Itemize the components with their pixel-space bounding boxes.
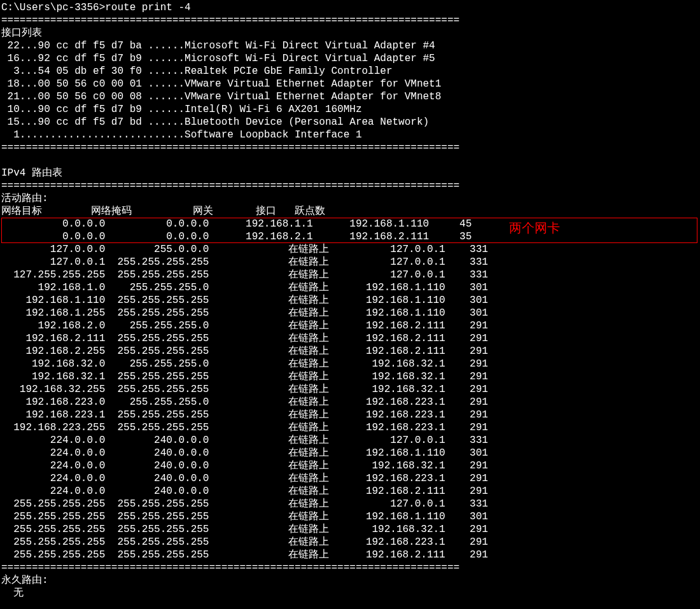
route-row: 255.255.255.255 255.255.255.255 在链路上 192… bbox=[1, 549, 699, 561]
route-row: 192.168.2.0 255.255.255.0 在链路上 192.168.2… bbox=[1, 319, 699, 332]
separator: ========================================… bbox=[1, 179, 699, 192]
route-header: 网络目标 网络掩码 网关 接口 跃点数 bbox=[1, 205, 699, 218]
route-row: 192.168.223.0 255.255.255.0 在链路上 192.168… bbox=[1, 396, 699, 409]
command-line: C:\Users\pc-3356>route print -4 bbox=[1, 1, 699, 14]
route-row: 127.0.0.0 255.0.0.0 在链路上 127.0.0.1 331 bbox=[1, 243, 699, 256]
interface-list-title: 接口列表 bbox=[1, 27, 699, 39]
route-row: 192.168.1.255 255.255.255.255 在链路上 192.1… bbox=[1, 307, 699, 319]
separator: ========================================… bbox=[1, 561, 699, 574]
permanent-routes-none: 无 bbox=[1, 587, 699, 599]
route-row: 192.168.32.0 255.255.255.0 在链路上 192.168.… bbox=[1, 358, 699, 370]
separator: ========================================… bbox=[1, 14, 699, 27]
route-row: 255.255.255.255 255.255.255.255 在链路上 192… bbox=[1, 536, 699, 549]
route-row: 224.0.0.0 240.0.0.0 在链路上 127.0.0.1 331 bbox=[1, 434, 699, 447]
route-row-highlighted: 0.0.0.0 0.0.0.0 192.168.2.1 192.168.2.11… bbox=[1, 230, 699, 243]
separator: ========================================… bbox=[1, 141, 699, 154]
terminal-output[interactable]: C:\Users\pc-3356>route print -4=========… bbox=[0, 0, 700, 603]
interface-row: 18...00 50 56 c0 00 01 ......VMware Virt… bbox=[1, 78, 699, 90]
interface-row: 3...54 05 db ef 30 f0 ......Realtek PCIe… bbox=[1, 65, 699, 78]
interface-row: 16...92 cc df f5 d7 b9 ......Microsoft W… bbox=[1, 52, 699, 65]
route-row: 255.255.255.255 255.255.255.255 在链路上 127… bbox=[1, 498, 699, 510]
route-row: 192.168.1.0 255.255.255.0 在链路上 192.168.1… bbox=[1, 281, 699, 294]
route-row: 192.168.1.110 255.255.255.255 在链路上 192.1… bbox=[1, 294, 699, 307]
route-row: 224.0.0.0 240.0.0.0 在链路上 192.168.1.110 3… bbox=[1, 447, 699, 459]
route-row: 224.0.0.0 240.0.0.0 在链路上 192.168.2.111 2… bbox=[1, 485, 699, 498]
route-row: 192.168.2.111 255.255.255.255 在链路上 192.1… bbox=[1, 332, 699, 345]
route-table-title: IPv4 路由表 bbox=[1, 167, 699, 179]
route-row: 127.0.0.1 255.255.255.255 在链路上 127.0.0.1… bbox=[1, 256, 699, 269]
interface-row: 22...90 cc df f5 d7 ba ......Microsoft W… bbox=[1, 39, 699, 52]
interface-row: 10...90 cc df f5 d7 b9 ......Intel(R) Wi… bbox=[1, 103, 699, 116]
blank bbox=[1, 154, 699, 167]
annotation-label: 两个网卡 bbox=[509, 223, 560, 235]
permanent-routes-title: 永久路由: bbox=[1, 574, 699, 587]
route-row-highlighted: 0.0.0.0 0.0.0.0 192.168.1.1 192.168.1.11… bbox=[1, 218, 699, 230]
route-row: 192.168.2.255 255.255.255.255 在链路上 192.1… bbox=[1, 345, 699, 358]
route-row: 255.255.255.255 255.255.255.255 在链路上 192… bbox=[1, 510, 699, 523]
route-row: 224.0.0.0 240.0.0.0 在链路上 192.168.223.1 2… bbox=[1, 472, 699, 485]
route-row: 224.0.0.0 240.0.0.0 在链路上 192.168.32.1 29… bbox=[1, 459, 699, 472]
route-row: 192.168.32.1 255.255.255.255 在链路上 192.16… bbox=[1, 370, 699, 383]
interface-row: 15...90 cc df f5 d7 bd ......Bluetooth D… bbox=[1, 116, 699, 129]
route-row: 192.168.223.255 255.255.255.255 在链路上 192… bbox=[1, 421, 699, 434]
route-row: 127.255.255.255 255.255.255.255 在链路上 127… bbox=[1, 269, 699, 281]
route-row: 255.255.255.255 255.255.255.255 在链路上 192… bbox=[1, 523, 699, 536]
active-routes-title: 活动路由: bbox=[1, 192, 699, 205]
interface-row: 1...........................Software Loo… bbox=[1, 129, 699, 141]
route-row: 192.168.32.255 255.255.255.255 在链路上 192.… bbox=[1, 383, 699, 396]
route-row: 192.168.223.1 255.255.255.255 在链路上 192.1… bbox=[1, 409, 699, 421]
interface-row: 21...00 50 56 c0 00 08 ......VMware Virt… bbox=[1, 90, 699, 103]
